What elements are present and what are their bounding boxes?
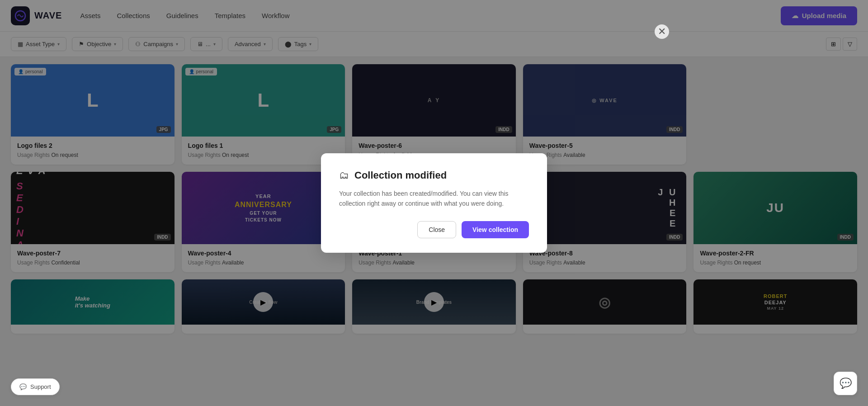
modal-actions: Close View collection xyxy=(339,221,529,238)
overlay-close-button[interactable]: ✕ xyxy=(655,24,669,39)
modal-title-row: 🗂 Collection modified xyxy=(339,170,529,181)
support-icon: 💬 xyxy=(19,383,27,390)
modal-close-button[interactable]: Close xyxy=(417,221,456,238)
modal-body: Your collection has been created/modifie… xyxy=(339,189,529,209)
chat-icon: 💬 xyxy=(840,378,852,389)
modal-collection-icon: 🗂 xyxy=(339,170,349,181)
modal-dialog: 🗂 Collection modified Your collection ha… xyxy=(321,153,547,253)
support-label: Support xyxy=(30,383,51,390)
modal-view-collection-button[interactable]: View collection xyxy=(462,221,529,238)
chat-button[interactable]: 💬 xyxy=(834,372,857,395)
modal-overlay: ✕ 🗂 Collection modified Your collection … xyxy=(0,0,868,406)
support-button[interactable]: 💬 Support xyxy=(11,378,60,395)
modal-title: Collection modified xyxy=(354,170,447,181)
